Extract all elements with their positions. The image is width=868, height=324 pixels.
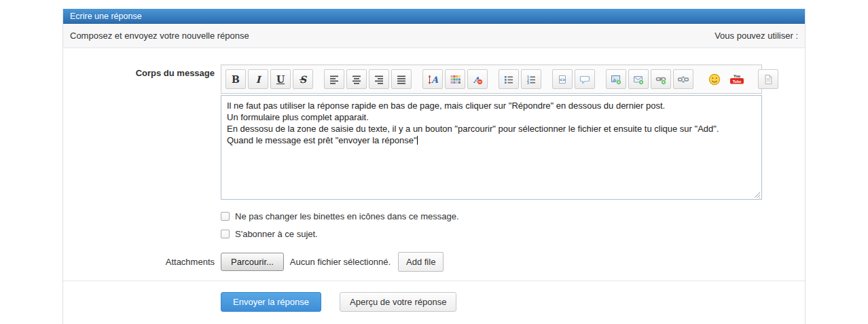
browse-button[interactable]: Parcourir... (221, 253, 284, 271)
no-file-text: Aucun fichier sélectionné. (290, 257, 391, 267)
font-size-icon: A (427, 74, 438, 85)
reply-form: Corps du message B I U S (63, 48, 805, 312)
paste-icon (763, 74, 774, 85)
message-line: Un formulaire plus complet apparait. (227, 111, 756, 123)
svg-text:3: 3 (527, 81, 529, 85)
panel-title: Ecrire une réponse (70, 12, 142, 21)
svg-text:You: You (734, 74, 740, 78)
ordered-list-icon: 123 (526, 74, 537, 85)
svg-text:A: A (431, 75, 438, 85)
smiley-icon (708, 73, 721, 86)
youtube-button[interactable]: YouTube (727, 69, 747, 89)
message-line: En dessosu de la zone de saisie du texte… (227, 123, 756, 134)
youtube-icon: YouTube (729, 73, 744, 85)
form-actions: Envoyer la réponse Aperçu de votre répon… (63, 281, 805, 312)
message-body-label: Corps du message (63, 65, 215, 200)
usage-hint: Vous pouvez utiliser : (715, 31, 798, 41)
italic-button[interactable]: I (248, 69, 268, 89)
quote-button[interactable] (575, 69, 595, 89)
insert-image-button[interactable] (606, 69, 626, 89)
align-center-button[interactable] (346, 69, 367, 89)
align-center-icon (351, 74, 362, 85)
remove-format-icon: A (472, 74, 483, 85)
font-color-icon (450, 74, 460, 85)
bold-button[interactable]: B (225, 69, 246, 89)
align-left-button[interactable] (324, 69, 344, 89)
subscribe-label: S'abonner à ce sujet. (235, 229, 318, 239)
code-icon: <> (557, 74, 568, 85)
panel-subheader: Composez et envoyez votre nouvelle répon… (63, 24, 805, 48)
no-smilies-label: Ne pas changer les binettes en icônes da… (235, 211, 459, 221)
align-justify-button[interactable] (391, 69, 412, 89)
message-line: Il ne faut pas utiliser la réponse rapid… (227, 100, 756, 111)
add-file-button[interactable]: Add file (398, 252, 444, 272)
ordered-list-button[interactable]: 123 (521, 69, 541, 89)
align-right-icon (374, 74, 384, 85)
editor-area: B I U S (221, 65, 762, 200)
remove-link-icon (678, 74, 689, 85)
italic-icon: I (256, 74, 261, 85)
reply-panel: Ecrire une réponse Composez et envoyez v… (62, 9, 806, 324)
font-size-button[interactable]: A (422, 69, 443, 89)
text-caret (417, 136, 418, 145)
strikethrough-button[interactable]: S (293, 69, 313, 89)
no-smilies-checkbox[interactable] (221, 212, 230, 221)
resize-handle[interactable] (753, 191, 761, 198)
no-smilies-option[interactable]: Ne pas changer les binettes en icônes da… (221, 209, 805, 223)
underline-button[interactable]: U (270, 69, 291, 89)
message-body-row: Corps du message B I U S (63, 65, 805, 200)
insert-image-icon (611, 74, 621, 85)
editor-toolbar: B I U S (221, 65, 762, 94)
smiley-button[interactable] (704, 69, 725, 89)
align-justify-icon (396, 74, 407, 85)
remove-link-button[interactable] (673, 69, 693, 89)
attachments-row: Attachments Parcourir... Aucun fichier s… (63, 252, 805, 272)
attachments-label: Attachments (63, 257, 215, 267)
paste-button[interactable] (758, 69, 778, 89)
align-left-icon (329, 74, 340, 85)
remove-format-button[interactable]: A (467, 69, 488, 89)
message-body-input[interactable]: Il ne faut pas utiliser la réponse rapid… (221, 95, 762, 200)
insert-link-button[interactable] (651, 69, 671, 89)
unordered-list-button[interactable] (499, 69, 519, 89)
strikethrough-icon: S (300, 74, 306, 85)
message-line: Quand le message est prêt "envoyer la ré… (227, 134, 756, 146)
svg-text:Tube: Tube (733, 79, 742, 84)
insert-email-icon (633, 74, 644, 85)
preview-reply-button[interactable]: Aperçu de votre réponse (340, 292, 456, 312)
insert-email-button[interactable] (628, 69, 649, 89)
subscribe-checkbox[interactable] (221, 230, 230, 238)
message-options: Ne pas changer les binettes en icônes da… (221, 209, 805, 240)
quote-icon (579, 74, 590, 85)
font-color-button[interactable] (445, 69, 465, 89)
compose-subtitle: Composez et envoyez votre nouvelle répon… (70, 31, 249, 41)
align-right-button[interactable] (369, 69, 389, 89)
attachments-controls: Parcourir... Aucun fichier sélectionné. … (221, 252, 444, 272)
code-button[interactable]: <> (552, 69, 573, 89)
panel-header: Ecrire une réponse (63, 9, 805, 24)
underline-icon: U (276, 74, 285, 85)
unordered-list-icon (503, 74, 514, 85)
svg-text:<>: <> (560, 77, 565, 82)
bold-icon: B (232, 74, 240, 85)
insert-link-icon (655, 74, 666, 85)
submit-reply-button[interactable]: Envoyer la réponse (221, 292, 321, 312)
subscribe-option[interactable]: S'abonner à ce sujet. (221, 227, 805, 240)
